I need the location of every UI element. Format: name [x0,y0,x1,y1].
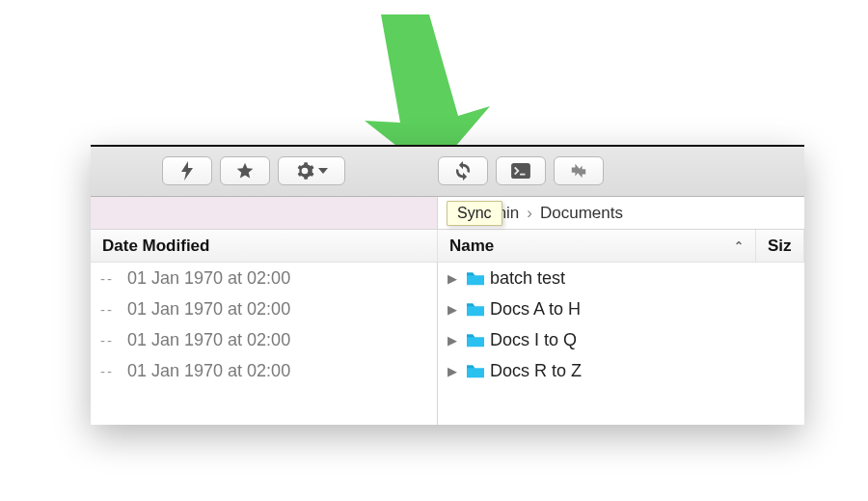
folder-icon [465,269,490,287]
bolt-icon [179,161,195,181]
sync-tooltip: Sync [447,201,502,226]
folder-icon [465,362,490,379]
date-modified-text: 01 Jan 1970 at 02:00 [127,299,290,320]
quick-action-button[interactable] [162,156,212,185]
disclosure-triangle-icon[interactable]: ▶ [448,364,465,378]
file-browser-window: admin › Documents Date Modified Name ⌃ S… [91,145,804,425]
terminal-icon [510,162,531,180]
right-column: ▶ batch test ▶ Docs A to H ▶ Docs I to Q [438,263,804,425]
star-icon [235,161,255,181]
list-item[interactable]: -- 01 Jan 1970 at 02:00 [91,293,437,324]
window-top-border [91,145,804,147]
svg-rect-1 [511,162,530,178]
settings-button[interactable] [278,156,345,185]
toolbar [91,145,804,197]
list-item[interactable]: -- 01 Jan 1970 at 02:00 [91,263,437,293]
folder-icon [465,331,490,348]
chevron-down-icon [318,168,328,174]
file-name: batch test [490,268,565,289]
left-column: -- 01 Jan 1970 at 02:00 -- 01 Jan 1970 a… [91,263,438,425]
header-name[interactable]: Name ⌃ [438,230,756,263]
path-segment-2: Documents [540,204,623,223]
sync-icon [452,160,474,181]
compare-icon [568,162,589,180]
header-size[interactable]: Siz [756,230,804,263]
list-item[interactable]: ▶ Docs R to Z [438,355,804,386]
list-item[interactable]: ▶ Docs A to H [438,293,804,324]
column-headers: Date Modified Name ⌃ Siz [91,230,804,263]
sort-ascending-icon: ⌃ [734,239,744,253]
file-list-body: -- 01 Jan 1970 at 02:00 -- 01 Jan 1970 a… [91,263,804,425]
file-name: Docs A to H [490,299,581,320]
date-modified-text: 01 Jan 1970 at 02:00 [127,268,290,289]
folder-icon [465,300,490,318]
compare-button[interactable] [554,156,604,185]
list-item[interactable]: ▶ batch test [438,263,804,293]
header-date-modified[interactable]: Date Modified [91,230,438,263]
list-item[interactable]: -- 01 Jan 1970 at 02:00 [91,355,437,386]
placeholder-dash: -- [100,363,127,379]
disclosure-triangle-icon[interactable]: ▶ [448,333,465,348]
sync-button[interactable] [438,156,488,185]
date-modified-text: 01 Jan 1970 at 02:00 [127,361,290,381]
date-modified-text: 01 Jan 1970 at 02:00 [127,330,290,350]
favorite-button[interactable] [220,156,270,185]
placeholder-dash: -- [100,270,127,287]
disclosure-triangle-icon[interactable]: ▶ [448,271,465,286]
placeholder-dash: -- [100,332,127,348]
path-separator: › [527,204,532,223]
file-name: Docs R to Z [490,361,582,381]
terminal-button[interactable] [496,156,546,185]
list-item[interactable]: -- 01 Jan 1970 at 02:00 [91,324,437,355]
placeholder-dash: -- [100,301,127,318]
disclosure-triangle-icon[interactable]: ▶ [448,302,465,317]
file-name: Docs I to Q [490,330,577,350]
list-item[interactable]: ▶ Docs I to Q [438,324,804,355]
pathbar-left-pane [91,197,438,229]
gear-icon [295,161,314,181]
